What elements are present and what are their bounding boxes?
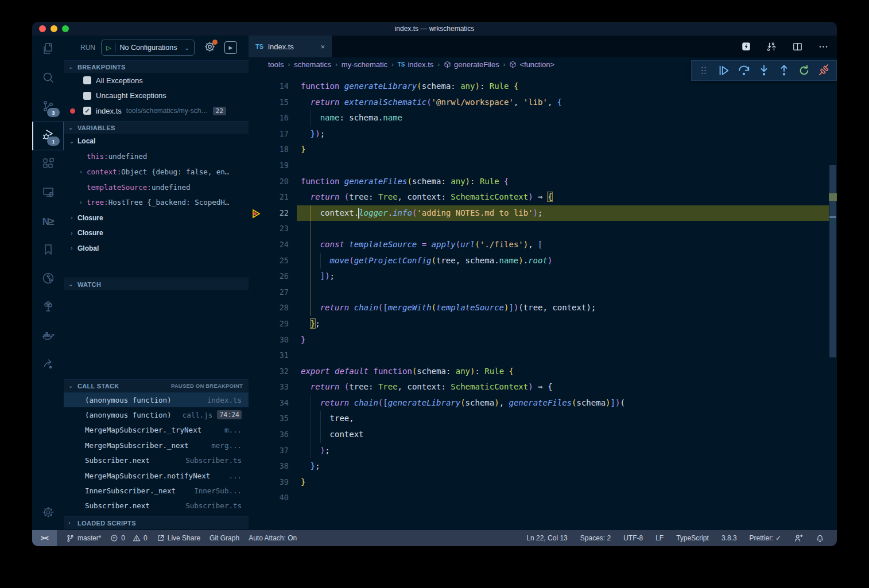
code-line[interactable]: 28return chain([mergeWith(templateSource… bbox=[249, 300, 837, 316]
variables-scope-row[interactable]: ›Global bbox=[64, 241, 249, 256]
start-debug-icon[interactable]: ▷ bbox=[106, 44, 111, 52]
variable-row[interactable]: this: undefined bbox=[64, 149, 249, 164]
remote-indicator[interactable]: >< bbox=[32, 530, 57, 546]
continue-button[interactable] bbox=[715, 62, 732, 79]
code-line[interactable]: 26]); bbox=[249, 268, 837, 285]
call-stack-section-header[interactable]: ⌄CALL STACKPAUSED ON BREAKPOINT bbox=[64, 379, 249, 392]
watch-section-header[interactable]: ⌄WATCH bbox=[64, 278, 249, 290]
step-over-button[interactable] bbox=[735, 62, 752, 79]
scrollbar-thumb[interactable] bbox=[829, 165, 836, 357]
status-language[interactable]: TypeScript bbox=[676, 534, 709, 542]
variable-row[interactable]: ›tree: HostTree {_backend: ScopedH… bbox=[64, 195, 249, 210]
code-editor[interactable]: 14function generateLibrary(schema: any):… bbox=[249, 71, 837, 530]
restart-button[interactable] bbox=[796, 62, 813, 79]
variables-scope-row[interactable]: ›Closure bbox=[64, 211, 249, 225]
checkbox-unchecked[interactable] bbox=[83, 76, 91, 84]
checkbox-unchecked[interactable] bbox=[83, 92, 91, 100]
more-actions-icon[interactable] bbox=[818, 41, 829, 52]
activity-item-live-share[interactable] bbox=[32, 351, 64, 380]
activity-item-explorer[interactable] bbox=[32, 36, 64, 64]
code-line[interactable]: 34return chain([generateLibrary(schema),… bbox=[249, 395, 837, 411]
variables-section-header[interactable]: ⌄VARIABLES bbox=[64, 121, 249, 134]
status-notifications[interactable] bbox=[816, 534, 824, 543]
code-line[interactable]: 36context bbox=[249, 427, 837, 443]
step-into-button[interactable] bbox=[755, 62, 773, 79]
call-stack-frame[interactable]: (anonymous function)index.ts bbox=[64, 392, 249, 407]
disconnect-button[interactable] bbox=[815, 62, 832, 79]
step-out-button[interactable] bbox=[775, 62, 793, 79]
tab-index-ts[interactable]: TS index.ts × bbox=[249, 36, 332, 57]
status-ts-version[interactable]: 3.8.3 bbox=[721, 534, 737, 542]
activity-item-settings[interactable] bbox=[32, 499, 64, 528]
editor-scrollbar[interactable] bbox=[829, 71, 837, 530]
code-line[interactable]: 14function generateLibrary(schema: any):… bbox=[249, 79, 837, 95]
configure-launch-button[interactable] bbox=[204, 41, 215, 54]
call-stack-frame[interactable]: (anonymous function)call.js74:24 bbox=[64, 407, 249, 422]
activity-item-remote-explorer[interactable] bbox=[32, 179, 64, 208]
activity-item-search[interactable] bbox=[32, 64, 64, 93]
code-line[interactable]: 15return externalSchematic('@nrwl/worksp… bbox=[249, 95, 837, 111]
activity-item-run-debug[interactable]: 1 bbox=[32, 122, 64, 150]
activity-item-bookmarks[interactable] bbox=[32, 236, 64, 265]
activity-item-nx-console[interactable]: N≥ bbox=[32, 208, 64, 236]
code-line[interactable]: 24const templateSource = apply(url('./fi… bbox=[249, 237, 837, 253]
code-line[interactable]: 32export default function(schema: any): … bbox=[249, 364, 837, 380]
activity-item-source-control[interactable]: 3 bbox=[32, 93, 64, 122]
variable-row[interactable]: templateSource: undefined bbox=[64, 180, 249, 194]
open-debug-console-button[interactable]: ▶ bbox=[224, 41, 237, 54]
code-line[interactable]: 38}; bbox=[249, 458, 837, 474]
code-line[interactable]: 33return (tree: Tree, context: Schematic… bbox=[249, 379, 837, 395]
close-window-button[interactable] bbox=[39, 25, 46, 32]
breadcrumb-item[interactable]: tools bbox=[268, 60, 284, 69]
status-live-share[interactable]: Live Share bbox=[157, 534, 200, 542]
minimize-window-button[interactable] bbox=[51, 25, 57, 32]
call-stack-frame[interactable]: MergeMapSubscriber._nextmerg... bbox=[64, 438, 249, 453]
variable-row[interactable]: ›context: Object {debug: false, en… bbox=[64, 164, 249, 179]
call-stack-frame[interactable]: Subscriber.nextSubscriber.ts bbox=[64, 499, 249, 513]
breadcrumb-item[interactable]: generateFiles bbox=[444, 60, 499, 69]
status-prettier[interactable]: Prettier: ✓ bbox=[750, 534, 781, 542]
code-line[interactable]: 35tree, bbox=[249, 411, 837, 427]
code-line[interactable]: 20function generateFiles(schema: any): R… bbox=[249, 174, 837, 190]
loaded-scripts-section-header[interactable]: ›LOADED SCRIPTS bbox=[64, 516, 249, 529]
status-problems[interactable]: 00 bbox=[110, 534, 147, 542]
status-encoding[interactable]: UTF-8 bbox=[623, 534, 643, 542]
maximize-window-button[interactable] bbox=[62, 25, 69, 32]
split-editor-icon[interactable] bbox=[792, 41, 803, 52]
code-line[interactable]: 39} bbox=[249, 474, 837, 490]
call-stack-frame[interactable]: MergeMapSubscriber._tryNextm... bbox=[64, 423, 249, 438]
breakpoints-section-header[interactable]: ⌄BREAKPOINTS bbox=[64, 60, 249, 73]
activity-item-extensions[interactable] bbox=[32, 150, 64, 179]
code-line[interactable]: 22context.logger.info('adding NOTES.md t… bbox=[249, 205, 837, 221]
variables-scope-row[interactable]: ›Closure bbox=[64, 225, 249, 240]
status-feedback[interactable] bbox=[794, 534, 803, 543]
breakpoint-item[interactable]: Uncaught Exceptions bbox=[64, 88, 249, 103]
breakpoint-item[interactable]: ✓index.tstools/schematics/my-sch…22 bbox=[64, 103, 249, 118]
activity-item-docker[interactable] bbox=[32, 322, 64, 351]
status-auto-attach[interactable]: Auto Attach: On bbox=[249, 534, 297, 542]
breadcrumb-item[interactable]: <function> bbox=[509, 60, 554, 69]
code-line[interactable]: 37); bbox=[249, 443, 837, 459]
call-stack-frame[interactable]: InnerSubscriber._nextInnerSub... bbox=[64, 483, 249, 498]
title-bar[interactable]: index.ts — wrkschematics bbox=[32, 22, 837, 36]
launch-configuration-dropdown[interactable]: ▷ No Configurations ⌄ bbox=[101, 40, 195, 56]
status-branch[interactable]: master* bbox=[66, 534, 101, 543]
code-line[interactable]: 23 bbox=[249, 221, 837, 237]
compare-changes-icon[interactable] bbox=[766, 41, 777, 52]
code-line[interactable]: 25move(getProjectConfig(tree, schema.nam… bbox=[249, 253, 837, 269]
breakpoint-item[interactable]: All Exceptions bbox=[64, 73, 249, 88]
code-line[interactable]: 21return (tree: Tree, context: Schematic… bbox=[249, 189, 837, 205]
call-stack-frame[interactable]: MergeMapSubscriber.notifyNext... bbox=[64, 468, 249, 483]
status-git-graph[interactable]: Git Graph bbox=[210, 534, 239, 542]
status-eol[interactable]: LF bbox=[655, 534, 664, 542]
gitlens-changes-icon[interactable] bbox=[741, 41, 751, 52]
code-line[interactable]: 30} bbox=[249, 332, 837, 348]
code-line[interactable]: 29}; bbox=[249, 316, 837, 332]
call-stack-frame[interactable]: Subscriber.nextSubscriber.ts bbox=[64, 453, 249, 468]
traffic-lights[interactable] bbox=[39, 25, 69, 32]
variables-scope-row[interactable]: ⌄Local bbox=[64, 134, 249, 149]
code-line[interactable]: 31 bbox=[249, 348, 837, 364]
status-indentation[interactable]: Spaces: 2 bbox=[580, 534, 611, 542]
breadcrumb-item[interactable]: my-schematic bbox=[342, 60, 387, 69]
code-line[interactable]: 18} bbox=[249, 142, 837, 158]
